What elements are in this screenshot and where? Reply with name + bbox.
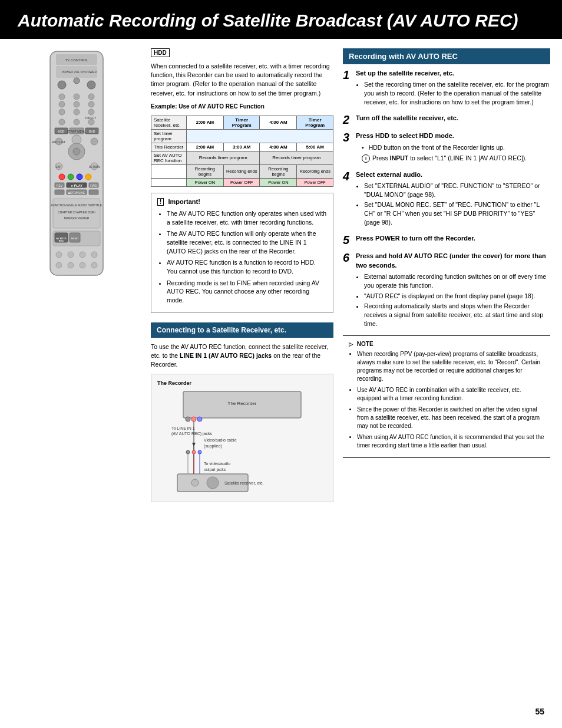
svg-point-18 [59, 119, 65, 125]
connector-svg: The Recorder To LINE IN 1 (AV AUTO REC) … [166, 388, 319, 495]
svg-point-30 [91, 138, 98, 145]
svg-point-11 [59, 101, 65, 107]
svg-text:POWER VOL CH POWER: POWER VOL CH POWER [62, 70, 97, 74]
svg-point-72 [191, 417, 196, 421]
step-6-bullet-1: External automatic recording function sw… [364, 272, 550, 289]
svg-point-14 [59, 109, 65, 115]
svg-text:►PLAY: ►PLAY [71, 184, 82, 187]
svg-text:To LINE IN 1: To LINE IN 1 [171, 426, 195, 430]
svg-point-61 [56, 252, 62, 258]
step-2-number: 2 [343, 114, 352, 126]
svg-point-68 [91, 262, 97, 268]
step-1-title: Set up the satellite receiver, etc. [356, 69, 550, 78]
intro-text: When connected to a satellite receiver, … [151, 62, 333, 98]
svg-text:Satellite receiver, etc.: Satellite receiver, etc. [224, 481, 264, 485]
step-6-bullet-2: "AUTO REC" is displayed on the front dis… [364, 292, 550, 301]
step-6-bullets: External automatic recording function sw… [356, 272, 550, 328]
svg-point-8 [59, 94, 65, 100]
step-1-number: 1 [343, 69, 352, 81]
important-item: Recording mode is set to FINE when recor… [167, 279, 327, 305]
svg-text:output jacks: output jacks [204, 467, 226, 472]
important-list: The AV AUTO REC function only operates w… [157, 209, 327, 305]
note-item-2: Use AV AUTO REC in combination with a sa… [357, 386, 544, 403]
step-4-bullet-2: Set "DUAL MONO REC. SET" of "REC. FUNCTI… [364, 200, 550, 226]
svg-point-5 [58, 81, 66, 89]
step-5: 5 Press POWER to turn off the Recorder. [343, 234, 550, 246]
svg-text:REC LIST: REC LIST [52, 140, 66, 144]
page-title-area: Automatic Recording of Satellite Broadca… [0, 0, 562, 39]
svg-point-67 [80, 262, 85, 268]
svg-text:CHAPTER CHAPTER DISP/: CHAPTER CHAPTER DISP/ [58, 210, 95, 214]
svg-text:MEMO: MEMO [71, 237, 78, 240]
timer-table: Satellite receiver, etc. 2:00 AM Timer P… [151, 116, 333, 187]
step-2: 2 Turn off the satellite receiver, etc. [343, 114, 550, 126]
important-item: AV AUTO REC function is a function to re… [167, 258, 327, 275]
step-4-content: Select external audio. Set "EXTERNAL AUD… [356, 170, 550, 229]
step-3: 3 Press HDD to select HDD mode. • HDD bu… [343, 131, 550, 164]
recording-section-header: Recording with AV AUTO REC [343, 48, 550, 64]
step-6-title: Press and hold AV AUTO REC (under the co… [356, 252, 550, 270]
step-4-bullet-1: Set "EXTERNAL AUDIO" of "REC. FUNCTION" … [364, 182, 550, 199]
important-title: ! Important! [157, 198, 327, 206]
connector-diagram: The Recorder The Recorder To LINE IN 1 (… [151, 374, 333, 502]
note-box: ▷ NOTE When recording PPV (pay-per-view)… [343, 335, 550, 458]
svg-point-86 [192, 450, 196, 454]
hdd-badge: HDD [151, 48, 170, 57]
svg-point-62 [68, 252, 74, 258]
step-4-bullets: Set "EXTERNAL AUDIO" of "REC. FUNCTION" … [356, 182, 550, 226]
svg-point-7 [87, 81, 95, 89]
svg-point-63 [80, 252, 85, 258]
step-4-title: Select external audio. [356, 170, 550, 179]
svg-point-40 [85, 174, 91, 180]
step-1-bullets: Set the recording timer on the satellite… [356, 80, 550, 106]
step-2-title: Turn off the satellite receiver, etc. [356, 114, 550, 123]
svg-point-39 [77, 174, 82, 180]
note-item-3: Since the power of this Recorder is swit… [357, 406, 544, 430]
svg-point-73 [197, 417, 202, 421]
svg-text:EXIT: EXIT [56, 166, 62, 169]
step-3-sub-2: i Press INPUT to select "L1" (LINE IN 1 … [362, 154, 550, 163]
svg-point-82 [191, 479, 199, 486]
note-item-4: When using AV AUTO REC function, it is r… [357, 433, 544, 450]
step-6: 6 Press and hold AV AUTO REC (under the … [343, 252, 550, 330]
right-column: Recording with AV AUTO REC 1 Set up the … [343, 48, 550, 502]
example-label: Example: Use of AV AUTO REC Function [151, 103, 333, 111]
svg-rect-47 [55, 190, 64, 195]
svg-point-65 [56, 262, 62, 268]
svg-text:TV CONTROL: TV CONTROL [65, 58, 88, 62]
svg-point-6 [74, 78, 80, 84]
svg-point-66 [68, 262, 74, 268]
step-5-number: 5 [343, 234, 352, 246]
svg-point-64 [91, 252, 97, 258]
left-column: TV CONTROL POWER VOL CH POWER D [12, 48, 141, 502]
connecting-section-header: Connecting to a Satellite Receiver, etc. [151, 322, 333, 338]
important-item: The AV AUTO REC function only operates w… [167, 209, 327, 226]
svg-point-15 [74, 109, 80, 115]
svg-point-87 [198, 450, 201, 454]
svg-point-20 [88, 119, 94, 125]
svg-point-32 [73, 148, 80, 155]
svg-point-37 [59, 174, 65, 180]
svg-point-83 [207, 477, 219, 489]
recorder-label: The Recorder [157, 380, 327, 386]
step-4: 4 Select external audio. Set "EXTERNAL A… [343, 170, 550, 229]
step-6-number: 6 [343, 252, 352, 263]
remote-control-image: TV CONTROL POWER VOL CH POWER D [44, 48, 109, 284]
note-list: When recording PPV (pay-per-view) progra… [349, 350, 544, 450]
svg-text:FWD: FWD [90, 184, 97, 187]
svg-text:REC: REC [59, 239, 64, 242]
svg-point-9 [74, 94, 80, 100]
svg-text:MARKER VIEWER: MARKER VIEWER [64, 216, 90, 220]
step-3-number: 3 [343, 131, 352, 143]
svg-text:■STOP/LIVE: ■STOP/LIVE [68, 191, 85, 195]
step-3-content: Press HDD to select HDD mode. • HDD butt… [356, 131, 550, 164]
svg-text:START MENU: START MENU [67, 130, 86, 133]
info-icon: i [362, 154, 370, 163]
svg-point-16 [88, 109, 94, 115]
svg-text:RETURN: RETURN [89, 166, 100, 169]
page-title: Automatic Recording of Satellite Broadca… [18, 11, 544, 31]
svg-text:HDD: HDD [58, 130, 65, 133]
step-5-content: Press POWER to turn off the Recorder. [356, 234, 550, 243]
note-item-1: When recording PPV (pay-per-view) progra… [357, 350, 544, 383]
important-box: ! Important! The AV AUTO REC function on… [151, 193, 333, 313]
